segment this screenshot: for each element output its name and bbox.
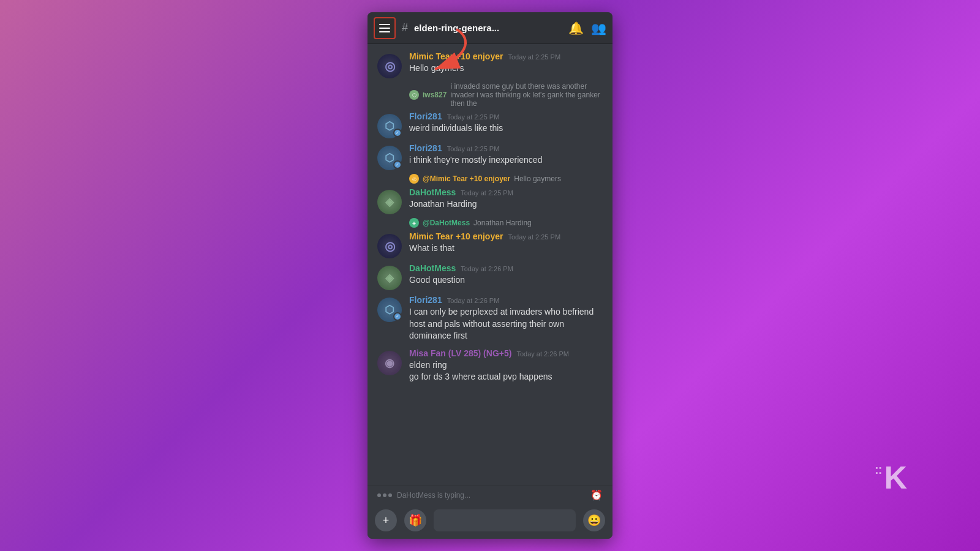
message-group: Mimic Tear +10 enjoyer Today at 2:25 PM … <box>368 229 612 260</box>
discord-panel: # elden-ring-genera... 🔔 👥 Mimic Tear +1… <box>368 12 612 539</box>
typing-dot-2 <box>383 493 386 497</box>
reply-avatar: ◎ <box>409 174 419 184</box>
reply-avatar: ◈ <box>409 218 419 228</box>
timestamp: Today at 2:26 PM <box>516 350 569 358</box>
avatar <box>377 190 402 214</box>
reply-text: i invaded some guy but there was another… <box>450 82 603 108</box>
avatar-wrap <box>377 350 402 374</box>
message-header: Flori281 Today at 2:25 PM <box>409 143 603 153</box>
message-content: DaHotMess Today at 2:26 PM Good question <box>409 263 603 289</box>
message-header: Flori281 Today at 2:25 PM <box>409 111 603 121</box>
plus-icon: + <box>383 514 390 527</box>
add-attachment-button[interactable]: + <box>375 509 397 531</box>
username: DaHotMess <box>409 263 456 273</box>
typing-dot-1 <box>377 493 381 497</box>
message-header: Misa Fan (LV 285) (NG+5) Today at 2:26 P… <box>409 348 603 358</box>
hamburger-button[interactable] <box>374 17 396 39</box>
typing-text: DaHotMess is typing... <box>397 491 470 500</box>
reply-preview: ⬡ iws827 i invaded some guy but there wa… <box>368 81 612 109</box>
watermark: :: K <box>875 459 907 496</box>
timestamp: Today at 2:25 PM <box>447 113 500 121</box>
message-header: Flori281 Today at 2:26 PM <box>409 295 603 305</box>
reply-author: @DaHotMess <box>423 219 470 227</box>
message-text: Good question <box>409 274 603 287</box>
notification-icon[interactable]: 🔔 <box>568 21 584 36</box>
message-header: Mimic Tear +10 enjoyer Today at 2:25 PM <box>409 231 603 241</box>
typing-dot-3 <box>388 493 392 497</box>
timestamp: Today at 2:26 PM <box>461 265 513 272</box>
message-text: What is that <box>409 242 603 255</box>
reply-avatar: ⬡ <box>409 90 419 100</box>
timestamp: Today at 2:25 PM <box>461 189 513 197</box>
messages-area: Mimic Tear +10 enjoyer Today at 2:25 PM … <box>368 44 612 485</box>
channel-name: elden-ring-genera... <box>414 23 562 33</box>
message-group: ✓ Flori281 Today at 2:25 PM i think they… <box>368 141 612 171</box>
message-header: DaHotMess Today at 2:26 PM <box>409 263 603 273</box>
avatar <box>377 266 402 290</box>
message-content: DaHotMess Today at 2:25 PM Jonathan Hard… <box>409 187 603 213</box>
message-group: Mimic Tear +10 enjoyer Today at 2:25 PM … <box>368 49 612 80</box>
reply-text: Hello gaymers <box>514 174 561 183</box>
message-group: DaHotMess Today at 2:25 PM Jonathan Hard… <box>368 185 612 216</box>
message-input-area: + 🎁 😀 <box>368 504 612 539</box>
watermark-letter: K <box>884 459 907 496</box>
header-icons-group: 🔔 👥 <box>568 21 606 36</box>
user-badge: ✓ <box>393 160 402 169</box>
avatar-wrap <box>377 189 402 213</box>
channel-header: # elden-ring-genera... 🔔 👥 <box>368 12 612 44</box>
message-group: DaHotMess Today at 2:26 PM Good question <box>368 261 612 291</box>
username: DaHotMess <box>409 187 456 197</box>
reply-preview: ◎ @Mimic Tear +10 enjoyer Hello gaymers <box>368 173 612 185</box>
message-content: Mimic Tear +10 enjoyer Today at 2:25 PM … <box>409 51 603 77</box>
avatar-wrap: ✓ <box>377 113 402 137</box>
hamburger-line-1 <box>379 24 390 25</box>
message-header: Mimic Tear +10 enjoyer Today at 2:25 PM <box>409 51 603 61</box>
message-text: weird individuals like this <box>409 122 603 135</box>
gift-button[interactable]: 🎁 <box>404 509 426 531</box>
message-content: Mimic Tear +10 enjoyer Today at 2:25 PM … <box>409 231 603 257</box>
emoji-button[interactable]: 😀 <box>583 509 605 531</box>
message-text: i think they're mostly inexperienced <box>409 154 603 167</box>
message-text: elden ringgo for ds 3 where actual pvp h… <box>409 359 603 383</box>
avatar-wrap: ✓ <box>377 296 402 321</box>
members-icon[interactable]: 👥 <box>591 21 606 36</box>
avatar-wrap <box>377 53 402 77</box>
avatar-wrap: ✓ <box>377 144 402 169</box>
avatar <box>377 351 402 375</box>
message-content: Misa Fan (LV 285) (NG+5) Today at 2:26 P… <box>409 348 603 383</box>
channel-hash-icon: # <box>402 21 408 34</box>
username: Mimic Tear +10 enjoyer <box>409 51 503 61</box>
message-text: Hello gaymers <box>409 62 603 75</box>
message-content: Flori281 Today at 2:25 PM weird individu… <box>409 111 603 137</box>
user-badge: ✓ <box>393 312 402 321</box>
username: Flori281 <box>409 111 442 121</box>
watermark-dots: :: <box>875 463 881 477</box>
username: Misa Fan (LV 285) (NG+5) <box>409 348 511 358</box>
message-text: I can only be perplexed at invaders who … <box>409 306 603 342</box>
message-header: DaHotMess Today at 2:25 PM <box>409 187 603 197</box>
typing-suffix: is typing... <box>435 491 470 500</box>
typing-icon: ⏰ <box>590 489 603 501</box>
timestamp: Today at 2:25 PM <box>508 233 560 241</box>
message-group: Misa Fan (LV 285) (NG+5) Today at 2:26 P… <box>368 346 612 386</box>
message-content: Flori281 Today at 2:25 PM i think they'r… <box>409 143 603 169</box>
avatar-wrap <box>377 264 402 289</box>
message-group: ✓ Flori281 Today at 2:26 PM I can only b… <box>368 293 612 345</box>
timestamp: Today at 2:25 PM <box>447 145 500 152</box>
username: Mimic Tear +10 enjoyer <box>409 231 503 241</box>
timestamp: Today at 2:26 PM <box>447 297 500 304</box>
message-content: Flori281 Today at 2:26 PM I can only be … <box>409 295 603 342</box>
reply-author: iws827 <box>423 91 447 99</box>
message-input-field[interactable] <box>434 509 576 531</box>
avatar-wrap <box>377 233 402 257</box>
emoji-icon: 😀 <box>587 514 601 527</box>
username: Flori281 <box>409 295 442 305</box>
avatar <box>377 234 402 258</box>
username: Flori281 <box>409 143 442 153</box>
hamburger-line-2 <box>379 28 390 29</box>
message-text: Jonathan Harding <box>409 198 603 211</box>
typing-status-bar: DaHotMess is typing... ⏰ <box>368 485 612 504</box>
reply-preview: ◈ @DaHotMess Jonathan Harding <box>368 217 612 229</box>
gift-icon: 🎁 <box>409 514 422 527</box>
reply-text: Jonathan Harding <box>473 219 532 227</box>
